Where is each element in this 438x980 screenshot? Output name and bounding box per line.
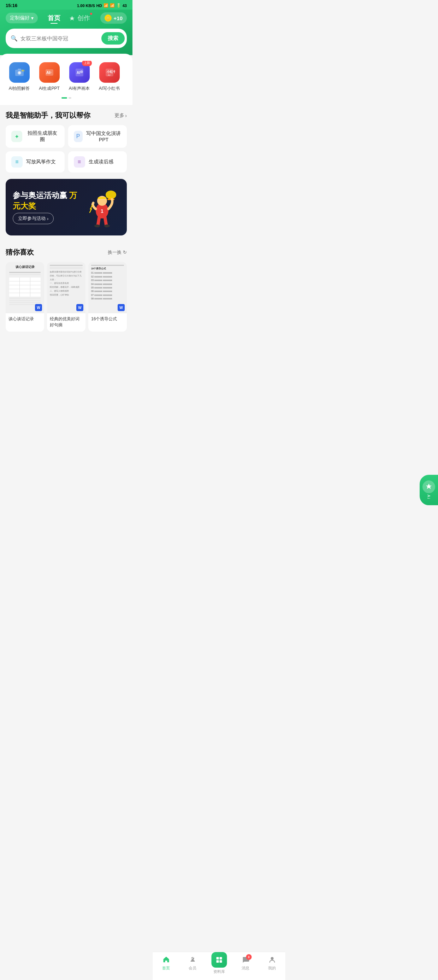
action-icon-book: ≡ [74, 156, 85, 167]
guess-title: 猜你喜欢 [6, 248, 34, 257]
ai-tool-audiobook[interactable]: 上新 AI AI有声画本 [64, 61, 94, 93]
ai-tools-section: AI AI拍照解答 AI P AI生成PPT 上新 [0, 54, 132, 105]
svg-rect-22 [98, 197, 106, 199]
bottom-spacer [6, 332, 127, 339]
new-badge: 上新 [82, 61, 92, 66]
chevron-right-icon: › [125, 113, 127, 118]
coin-icon: 🪙 [105, 14, 112, 22]
card-thumb-3: 16个诱导公式 01 xxxxxxx xxxxxxxx 02 xxxxxxx x… [88, 262, 127, 313]
card-thumb-1: 谈心谈话记录 [6, 262, 44, 313]
hd-badge: HD [97, 3, 102, 8]
svg-point-2 [18, 72, 20, 74]
action-label-ppt: 写中国文化演讲PPT [86, 130, 121, 143]
status-bar: 15:16 1.00 KB/S HD 📶 📶 🔋 43 [0, 0, 132, 10]
network-speed: 1.00 KB/S [77, 3, 95, 8]
banner-wrapper: 参与奥运活动赢 万元大奖 立即参与活动 › [0, 179, 132, 242]
card-thumb-2: 如果非要对那些好词好句进行分类归纳，可以将它们大致分为以下几大类： 一、描写自然… [47, 262, 86, 313]
action-book-review[interactable]: ≡ 生成读后感 [68, 151, 127, 172]
action-label-book: 生成读后感 [89, 159, 113, 165]
search-button[interactable]: 搜索 [102, 32, 125, 45]
promo-banner: 参与奥运活动赢 万元大奖 立即参与活动 › [6, 179, 127, 235]
ai-tool-label-photo: AI拍照解答 [9, 86, 30, 92]
svg-rect-3 [17, 68, 21, 70]
action-label-kite: 写放风筝作文 [26, 159, 56, 165]
action-label-photo: 拍照生成朋友圈 [26, 130, 59, 143]
main-nav: 首页 创作 [48, 14, 90, 22]
action-photo-moments[interactable]: ✦ 拍照生成朋友圈 [6, 125, 65, 148]
status-icons: 1.00 KB/S HD 📶 📶 🔋 43 [77, 3, 127, 8]
signal-icon: 📶 [110, 3, 115, 8]
customize-label: 定制偏好 [10, 15, 30, 21]
content-card-2[interactable]: 如果非要对那些好词好句进行分类归纳，可以将它们大致分为以下几大类： 一、描写自然… [47, 262, 86, 332]
coins-label: +10 [114, 15, 122, 21]
card-label-2: 经典的优美好词好句摘 [47, 313, 86, 332]
action-icon-kite: ≡ [11, 156, 22, 167]
guess-header: 猜你喜欢 换一换 ↻ [6, 248, 127, 257]
content-card-3[interactable]: 16个诱导公式 01 xxxxxxx xxxxxxxx 02 xxxxxxx x… [88, 262, 127, 332]
svg-text:AI: AI [22, 69, 24, 72]
svg-point-10 [80, 70, 83, 73]
search-icon: 🔍 [11, 35, 17, 42]
create-notification-dot [90, 13, 92, 15]
svg-text:1: 1 [101, 208, 103, 214]
wifi-icon: 📶 [103, 3, 108, 8]
banner-title: 参与奥运活动赢 万元大奖 [13, 190, 84, 212]
assistant-section: 我是智能助手，我可以帮你 更多 › ✦ 拍照生成朋友圈 P 写中国文化演讲PPT… [0, 105, 132, 175]
tab-home[interactable]: 首页 [48, 14, 60, 22]
assistant-title: 我是智能助手，我可以帮你 [6, 111, 90, 120]
refresh-label: 换一换 [108, 249, 122, 256]
refresh-icon: ↻ [123, 250, 127, 255]
action-write-ppt[interactable]: P 写中国文化演讲PPT [68, 125, 127, 148]
svg-point-21 [104, 224, 110, 228]
ai-tool-ppt[interactable]: AI P AI生成PPT [34, 61, 64, 93]
more-link[interactable]: 更多 › [114, 113, 127, 119]
coins-button[interactable]: 🪙 +10 [100, 13, 127, 24]
app-header: 定制偏好 ▾ 首页 创作 🪙 +10 [0, 10, 132, 55]
search-input[interactable] [21, 35, 98, 41]
refresh-button[interactable]: 换一换 ↻ [108, 249, 127, 256]
action-grid: ✦ 拍照生成朋友圈 P 写中国文化演讲PPT ≡ 写放风筝作文 ≡ 生成读后感 [6, 125, 127, 172]
dot-active [62, 97, 67, 99]
battery-icon: 🔋 [116, 3, 121, 8]
svg-text:P: P [49, 71, 52, 75]
w-badge-3: W [117, 304, 125, 311]
ai-tool-label-xiaohongshu: AI写小红书 [99, 86, 120, 92]
dot-inactive [68, 97, 71, 99]
ai-tool-xiaohongshu[interactable]: 小红书 AI AI写小红书 [94, 61, 124, 93]
content-card-1[interactable]: 谈心谈话记录 [6, 262, 44, 332]
ai-tool-label-ppt: AI生成PPT [39, 86, 60, 92]
w-badge-1: W [35, 304, 42, 311]
w-badge-2: W [76, 304, 83, 311]
chevron-down-icon: ▾ [31, 15, 33, 21]
banner-figure: 1 [84, 186, 120, 228]
ai-tool-icon-ppt: AI P [39, 62, 60, 83]
svg-text:AI: AI [108, 73, 111, 77]
ai-tools-list: AI AI拍照解答 AI P AI生成PPT 上新 [0, 61, 132, 93]
banner-cta-button[interactable]: 立即参与活动 › [13, 213, 54, 224]
ai-tool-icon-xiaohongshu: 小红书 AI [99, 62, 120, 83]
guess-section: 猜你喜欢 换一换 ↻ 谈心谈话记录 [0, 242, 132, 339]
cards-grid: 谈心谈话记录 [6, 262, 127, 332]
header-top: 定制偏好 ▾ 首页 创作 🪙 +10 [6, 13, 127, 24]
card-label-1: 谈心谈话记录 [6, 313, 44, 326]
card-label-3: 16个诱导公式 [88, 313, 127, 326]
action-icon-ppt: P [74, 131, 83, 142]
customize-button[interactable]: 定制偏好 ▾ [6, 13, 38, 23]
banner-content: 参与奥运活动赢 万元大奖 立即参与活动 › [13, 190, 84, 224]
ai-tool-label-audiobook: AI有声画本 [69, 86, 90, 92]
svg-point-20 [94, 224, 100, 228]
battery-level: 43 [122, 3, 127, 8]
ai-tool-icon-audiobook: 上新 AI [69, 62, 90, 83]
search-bar: 🔍 搜索 [6, 29, 127, 48]
status-time: 15:16 [6, 3, 17, 8]
ai-tool-photo-answer[interactable]: AI AI拍照解答 [4, 61, 34, 93]
tab-create[interactable]: 创作 [69, 14, 90, 22]
chevron-right-icon: › [47, 216, 48, 221]
action-icon-photo: ✦ [11, 131, 22, 142]
character-svg: 1 [84, 186, 120, 228]
carousel-dots [0, 97, 132, 99]
action-write-kite[interactable]: ≡ 写放风筝作文 [6, 151, 65, 172]
assistant-header: 我是智能助手，我可以帮你 更多 › [6, 111, 127, 120]
svg-text:小红书: 小红书 [106, 70, 115, 73]
svg-text:AI: AI [77, 71, 80, 75]
